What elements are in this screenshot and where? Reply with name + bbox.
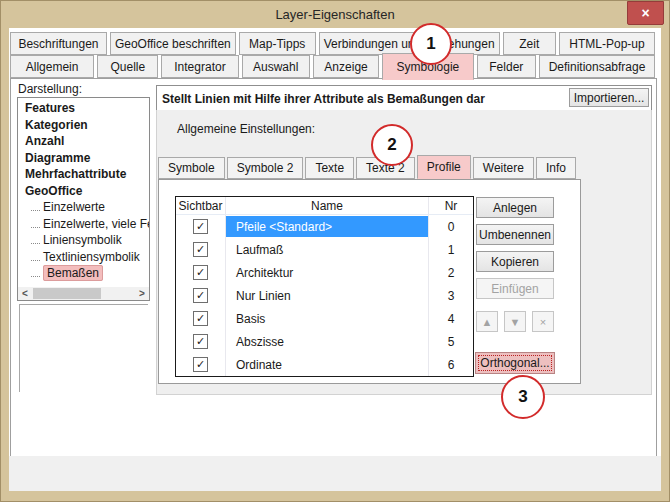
scroll-left-button[interactable]: < (18, 287, 32, 300)
tree-item-features[interactable]: Features (18, 100, 149, 117)
move-up-button[interactable]: ▲ (476, 311, 498, 332)
close-icon: × (641, 5, 649, 21)
tree-item-list: Features Kategorien Anzahl Diagramme Meh… (18, 98, 149, 282)
tab-texte[interactable]: Texte (305, 157, 354, 179)
callout-number: 2 (387, 135, 396, 155)
tree-hscrollbar[interactable]: < > (18, 287, 149, 300)
title-bar: Layer-Eigenschaften (0, 0, 670, 28)
profile-nr: 6 (429, 353, 473, 376)
tab-quelle[interactable]: Quelle (97, 55, 158, 78)
callout-3: 3 (501, 375, 545, 419)
tree-item-geooffice[interactable]: GeoOffice (18, 183, 149, 200)
tab-label: Info (546, 161, 566, 175)
description-bar: Stellt Linien mit Hilfe ihrer Attribute … (156, 85, 652, 112)
tab-symbole-2[interactable]: Symbole 2 (227, 157, 304, 179)
tree-item-anzahl[interactable]: Anzahl (18, 133, 149, 150)
tree-item-bemassen[interactable]: Bemaßen (18, 265, 149, 282)
tab-integrator[interactable]: Integrator (161, 55, 238, 78)
table-row[interactable]: ✓ Architektur 2 (176, 261, 473, 284)
inner-tab-row: Symbole Symbole 2 Texte Texte 2 Profile … (158, 157, 576, 179)
visible-checkbox[interactable]: ✓ (193, 219, 208, 234)
tab-beschriftungen[interactable]: Beschriftungen (10, 32, 107, 55)
close-button[interactable]: × (627, 1, 664, 25)
table-row[interactable]: ✓ Laufmaß 1 (176, 238, 473, 261)
visible-checkbox[interactable]: ✓ (193, 357, 208, 372)
visible-checkbox[interactable]: ✓ (193, 334, 208, 349)
tab-felder[interactable]: Felder (477, 55, 536, 78)
profile-name: Laufmaß (226, 239, 428, 260)
check-icon: ✓ (196, 266, 205, 279)
visible-checkbox[interactable]: ✓ (193, 265, 208, 280)
tree-item-label: Features (25, 101, 75, 115)
table-row[interactable]: ✓ Nur Linien 3 (176, 284, 473, 307)
tab-profile[interactable]: Profile (417, 155, 471, 179)
preview-box (19, 304, 148, 392)
darstellung-label: Darstellung: (18, 82, 82, 96)
delete-icon: × (540, 316, 546, 328)
tree-item-einzelwerte-viele-felder[interactable]: Einzelwerte, viele Felder (18, 216, 149, 233)
table-row[interactable]: ✓ Abszisse 5 (176, 330, 473, 353)
tab-label: Profile (427, 160, 461, 174)
profile-name: Nur Linien (226, 285, 428, 306)
tab-info[interactable]: Info (536, 157, 576, 179)
profile-name: Basis (226, 308, 428, 329)
tab-label: Symbole (168, 161, 215, 175)
importieren-button[interactable]: Importieren... (569, 88, 649, 107)
tab-geooffice-beschriften[interactable]: GeoOffice beschriften (110, 32, 236, 55)
visible-checkbox[interactable]: ✓ (193, 311, 208, 326)
tab-label: Felder (489, 60, 523, 74)
scroll-right-button[interactable]: > (135, 287, 149, 300)
anlegen-button[interactable]: Anlegen (476, 197, 554, 218)
tab-auswahl[interactable]: Auswahl (242, 55, 310, 78)
tab-label: Anzeige (324, 60, 367, 74)
tab-label: HTML-Pop-up (569, 37, 644, 51)
tab-anzeige[interactable]: Anzeige (313, 55, 380, 78)
umbenennen-button[interactable]: Umbenennen (476, 224, 554, 245)
tab-allgemein[interactable]: Allgemein (10, 55, 94, 78)
tab-label: Allgemein (26, 60, 79, 74)
tree-connector (31, 206, 40, 211)
tab-zeit[interactable]: Zeit (503, 32, 556, 55)
profile-name: Architektur (226, 262, 428, 283)
profile-nr: 5 (429, 330, 473, 353)
kopieren-button[interactable]: Kopieren (476, 251, 554, 272)
profile-tab-page: Sichtbar Name Nr ✓ Pfeile <Standard> 0 ✓… (158, 179, 581, 384)
tree-item-label: Liniensymbolik (43, 233, 122, 247)
delete-button[interactable]: × (532, 311, 554, 332)
tree-connector (31, 256, 40, 261)
tab-label: GeoOffice beschriften (115, 37, 231, 51)
tab-map-tipps[interactable]: Map-Tipps (239, 32, 316, 55)
tree-connector (31, 272, 40, 277)
arrow-up-icon: ▲ (482, 316, 493, 328)
tab-label: Weitere (483, 161, 524, 175)
tree-item-diagramme[interactable]: Diagramme (18, 150, 149, 167)
table-row[interactable]: ✓ Ordinate 6 (176, 353, 473, 376)
table-row[interactable]: ✓ Pfeile <Standard> 0 (176, 215, 473, 238)
tree-item-label: Diagramme (25, 151, 90, 165)
tree-item-label: Mehrfachattribute (25, 167, 126, 181)
tree-item-liniensymbolik[interactable]: Liniensymbolik (18, 232, 149, 249)
scroll-thumb[interactable] (33, 288, 101, 299)
profile-nr: 1 (429, 238, 473, 261)
tab-html-pop-up[interactable]: HTML-Pop-up (559, 32, 655, 55)
tab-label: Integrator (174, 60, 225, 74)
tab-symbole[interactable]: Symbole (158, 157, 225, 179)
tree-item-einzelwerte[interactable]: Einzelwerte (18, 199, 149, 216)
column-header-sichtbar: Sichtbar (176, 197, 226, 214)
tab-label: Zeit (519, 37, 539, 51)
profile-nr: 3 (429, 284, 473, 307)
column-header-name: Name (226, 197, 429, 214)
callout-2: 2 (371, 124, 413, 166)
move-down-button[interactable]: ▼ (504, 311, 526, 332)
tree-item-mehrfachattribute[interactable]: Mehrfachattribute (18, 166, 149, 183)
tree-item-textliniensymbolik[interactable]: Textliniensymbolik (18, 249, 149, 266)
tree-item-kategorien[interactable]: Kategorien (18, 117, 149, 134)
orthogonal-button[interactable]: Orthogonal... (475, 352, 555, 374)
tab-definitionsabfrage[interactable]: Definitionsabfrage (539, 55, 655, 78)
visible-checkbox[interactable]: ✓ (193, 288, 208, 303)
tab-weitere[interactable]: Weitere (473, 157, 534, 179)
table-row[interactable]: ✓ Basis 4 (176, 307, 473, 330)
visible-checkbox[interactable]: ✓ (193, 242, 208, 257)
einfuegen-button[interactable]: Einfügen (476, 278, 554, 299)
tree-item-label: Einzelwerte (43, 200, 105, 214)
